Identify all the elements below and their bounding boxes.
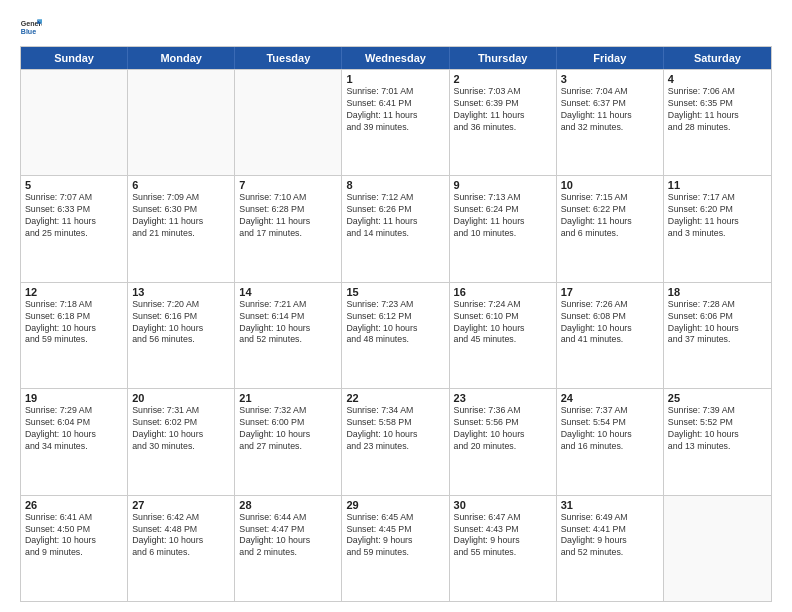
day-info: Sunrise: 7:04 AM Sunset: 6:37 PM Dayligh… — [561, 86, 659, 134]
day-cell-25: 25Sunrise: 7:39 AM Sunset: 5:52 PM Dayli… — [664, 389, 771, 494]
weekday-header-friday: Friday — [557, 47, 664, 69]
logo-icon: General Blue — [20, 16, 42, 38]
day-cell-3: 3Sunrise: 7:04 AM Sunset: 6:37 PM Daylig… — [557, 70, 664, 175]
day-cell-16: 16Sunrise: 7:24 AM Sunset: 6:10 PM Dayli… — [450, 283, 557, 388]
day-info: Sunrise: 7:18 AM Sunset: 6:18 PM Dayligh… — [25, 299, 123, 347]
day-info: Sunrise: 7:23 AM Sunset: 6:12 PM Dayligh… — [346, 299, 444, 347]
empty-cell-r4c6 — [664, 496, 771, 601]
day-number: 31 — [561, 499, 659, 511]
day-info: Sunrise: 7:12 AM Sunset: 6:26 PM Dayligh… — [346, 192, 444, 240]
day-cell-9: 9Sunrise: 7:13 AM Sunset: 6:24 PM Daylig… — [450, 176, 557, 281]
day-number: 8 — [346, 179, 444, 191]
day-number: 3 — [561, 73, 659, 85]
weekday-header-saturday: Saturday — [664, 47, 771, 69]
day-cell-24: 24Sunrise: 7:37 AM Sunset: 5:54 PM Dayli… — [557, 389, 664, 494]
day-info: Sunrise: 6:42 AM Sunset: 4:48 PM Dayligh… — [132, 512, 230, 560]
day-cell-27: 27Sunrise: 6:42 AM Sunset: 4:48 PM Dayli… — [128, 496, 235, 601]
day-info: Sunrise: 7:28 AM Sunset: 6:06 PM Dayligh… — [668, 299, 767, 347]
day-cell-17: 17Sunrise: 7:26 AM Sunset: 6:08 PM Dayli… — [557, 283, 664, 388]
day-number: 15 — [346, 286, 444, 298]
day-cell-10: 10Sunrise: 7:15 AM Sunset: 6:22 PM Dayli… — [557, 176, 664, 281]
day-cell-28: 28Sunrise: 6:44 AM Sunset: 4:47 PM Dayli… — [235, 496, 342, 601]
svg-text:Blue: Blue — [21, 28, 36, 35]
day-number: 2 — [454, 73, 552, 85]
day-info: Sunrise: 6:41 AM Sunset: 4:50 PM Dayligh… — [25, 512, 123, 560]
day-number: 19 — [25, 392, 123, 404]
day-info: Sunrise: 6:47 AM Sunset: 4:43 PM Dayligh… — [454, 512, 552, 560]
logo: General Blue — [20, 16, 44, 38]
day-number: 5 — [25, 179, 123, 191]
day-cell-23: 23Sunrise: 7:36 AM Sunset: 5:56 PM Dayli… — [450, 389, 557, 494]
day-number: 25 — [668, 392, 767, 404]
day-info: Sunrise: 7:07 AM Sunset: 6:33 PM Dayligh… — [25, 192, 123, 240]
day-info: Sunrise: 7:36 AM Sunset: 5:56 PM Dayligh… — [454, 405, 552, 453]
day-number: 18 — [668, 286, 767, 298]
day-number: 14 — [239, 286, 337, 298]
day-cell-29: 29Sunrise: 6:45 AM Sunset: 4:45 PM Dayli… — [342, 496, 449, 601]
day-number: 24 — [561, 392, 659, 404]
calendar-row-3: 12Sunrise: 7:18 AM Sunset: 6:18 PM Dayli… — [21, 282, 771, 388]
empty-cell-r0c2 — [235, 70, 342, 175]
day-info: Sunrise: 7:39 AM Sunset: 5:52 PM Dayligh… — [668, 405, 767, 453]
day-number: 9 — [454, 179, 552, 191]
day-info: Sunrise: 7:29 AM Sunset: 6:04 PM Dayligh… — [25, 405, 123, 453]
day-number: 23 — [454, 392, 552, 404]
calendar-row-1: 1Sunrise: 7:01 AM Sunset: 6:41 PM Daylig… — [21, 69, 771, 175]
day-cell-20: 20Sunrise: 7:31 AM Sunset: 6:02 PM Dayli… — [128, 389, 235, 494]
day-number: 26 — [25, 499, 123, 511]
calendar-body: 1Sunrise: 7:01 AM Sunset: 6:41 PM Daylig… — [21, 69, 771, 601]
day-cell-26: 26Sunrise: 6:41 AM Sunset: 4:50 PM Dayli… — [21, 496, 128, 601]
day-info: Sunrise: 7:32 AM Sunset: 6:00 PM Dayligh… — [239, 405, 337, 453]
day-info: Sunrise: 6:45 AM Sunset: 4:45 PM Dayligh… — [346, 512, 444, 560]
day-cell-22: 22Sunrise: 7:34 AM Sunset: 5:58 PM Dayli… — [342, 389, 449, 494]
day-cell-13: 13Sunrise: 7:20 AM Sunset: 6:16 PM Dayli… — [128, 283, 235, 388]
day-info: Sunrise: 7:13 AM Sunset: 6:24 PM Dayligh… — [454, 192, 552, 240]
day-number: 1 — [346, 73, 444, 85]
day-number: 11 — [668, 179, 767, 191]
day-number: 6 — [132, 179, 230, 191]
day-cell-18: 18Sunrise: 7:28 AM Sunset: 6:06 PM Dayli… — [664, 283, 771, 388]
day-cell-6: 6Sunrise: 7:09 AM Sunset: 6:30 PM Daylig… — [128, 176, 235, 281]
day-number: 20 — [132, 392, 230, 404]
day-number: 12 — [25, 286, 123, 298]
day-cell-7: 7Sunrise: 7:10 AM Sunset: 6:28 PM Daylig… — [235, 176, 342, 281]
day-number: 30 — [454, 499, 552, 511]
day-cell-19: 19Sunrise: 7:29 AM Sunset: 6:04 PM Dayli… — [21, 389, 128, 494]
day-number: 13 — [132, 286, 230, 298]
calendar: SundayMondayTuesdayWednesdayThursdayFrid… — [20, 46, 772, 602]
day-cell-15: 15Sunrise: 7:23 AM Sunset: 6:12 PM Dayli… — [342, 283, 449, 388]
day-info: Sunrise: 7:37 AM Sunset: 5:54 PM Dayligh… — [561, 405, 659, 453]
calendar-row-5: 26Sunrise: 6:41 AM Sunset: 4:50 PM Dayli… — [21, 495, 771, 601]
day-info: Sunrise: 7:09 AM Sunset: 6:30 PM Dayligh… — [132, 192, 230, 240]
day-info: Sunrise: 7:34 AM Sunset: 5:58 PM Dayligh… — [346, 405, 444, 453]
empty-cell-r0c1 — [128, 70, 235, 175]
day-number: 7 — [239, 179, 337, 191]
day-info: Sunrise: 7:01 AM Sunset: 6:41 PM Dayligh… — [346, 86, 444, 134]
day-number: 10 — [561, 179, 659, 191]
day-cell-4: 4Sunrise: 7:06 AM Sunset: 6:35 PM Daylig… — [664, 70, 771, 175]
day-info: Sunrise: 7:21 AM Sunset: 6:14 PM Dayligh… — [239, 299, 337, 347]
day-cell-8: 8Sunrise: 7:12 AM Sunset: 6:26 PM Daylig… — [342, 176, 449, 281]
weekday-header-wednesday: Wednesday — [342, 47, 449, 69]
day-info: Sunrise: 7:03 AM Sunset: 6:39 PM Dayligh… — [454, 86, 552, 134]
day-number: 27 — [132, 499, 230, 511]
weekday-header-sunday: Sunday — [21, 47, 128, 69]
day-info: Sunrise: 7:10 AM Sunset: 6:28 PM Dayligh… — [239, 192, 337, 240]
day-number: 22 — [346, 392, 444, 404]
day-info: Sunrise: 6:44 AM Sunset: 4:47 PM Dayligh… — [239, 512, 337, 560]
day-info: Sunrise: 7:15 AM Sunset: 6:22 PM Dayligh… — [561, 192, 659, 240]
day-cell-14: 14Sunrise: 7:21 AM Sunset: 6:14 PM Dayli… — [235, 283, 342, 388]
day-info: Sunrise: 7:17 AM Sunset: 6:20 PM Dayligh… — [668, 192, 767, 240]
day-cell-12: 12Sunrise: 7:18 AM Sunset: 6:18 PM Dayli… — [21, 283, 128, 388]
weekday-header-tuesday: Tuesday — [235, 47, 342, 69]
day-number: 29 — [346, 499, 444, 511]
day-number: 28 — [239, 499, 337, 511]
weekday-header-thursday: Thursday — [450, 47, 557, 69]
empty-cell-r0c0 — [21, 70, 128, 175]
day-cell-21: 21Sunrise: 7:32 AM Sunset: 6:00 PM Dayli… — [235, 389, 342, 494]
calendar-row-2: 5Sunrise: 7:07 AM Sunset: 6:33 PM Daylig… — [21, 175, 771, 281]
day-cell-11: 11Sunrise: 7:17 AM Sunset: 6:20 PM Dayli… — [664, 176, 771, 281]
weekday-header-monday: Monday — [128, 47, 235, 69]
day-cell-5: 5Sunrise: 7:07 AM Sunset: 6:33 PM Daylig… — [21, 176, 128, 281]
day-info: Sunrise: 7:06 AM Sunset: 6:35 PM Dayligh… — [668, 86, 767, 134]
